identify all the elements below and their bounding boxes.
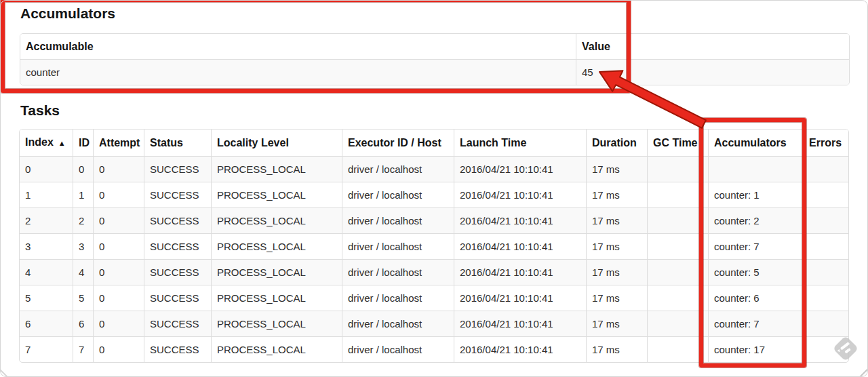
task-executor-cell: driver / localhost xyxy=(342,233,454,259)
task-executor-cell: driver / localhost xyxy=(342,311,454,336)
task-index-cell: 3 xyxy=(20,233,73,259)
accumulable-value-cell: 45 xyxy=(576,59,849,85)
task-gc-cell xyxy=(647,182,708,207)
task-id-cell: 2 xyxy=(73,207,93,233)
task-gc-cell xyxy=(647,156,708,182)
task-id-cell: 3 xyxy=(73,233,93,259)
task-duration-cell: 17 ms xyxy=(586,156,647,182)
task-index-cell: 0 xyxy=(20,156,73,182)
corner-curl-mark xyxy=(0,370,7,377)
task-errors-cell xyxy=(803,336,849,362)
task-index-cell: 7 xyxy=(20,336,73,362)
col-header-attempt[interactable]: Attempt xyxy=(93,130,144,156)
task-accumulators-cell: counter: 6 xyxy=(708,285,803,311)
col-header-index[interactable]: Index▲ xyxy=(20,130,73,156)
task-id-cell: 4 xyxy=(73,259,93,285)
task-launch-cell: 2016/04/21 10:10:41 xyxy=(454,311,586,336)
task-errors-cell xyxy=(803,156,849,182)
accumulators-section-title: Accumulators xyxy=(20,5,115,22)
tasks-section-title: Tasks xyxy=(20,102,60,119)
task-executor-cell: driver / localhost xyxy=(342,336,454,362)
task-duration-cell: 17 ms xyxy=(586,311,647,336)
task-gc-cell xyxy=(647,259,708,285)
task-attempt-cell: 0 xyxy=(93,259,144,285)
col-header-executor[interactable]: Executor ID / Host xyxy=(342,130,454,156)
task-locality-cell: PROCESS_LOCAL xyxy=(211,207,342,233)
col-header-status[interactable]: Status xyxy=(144,130,211,156)
col-header-gc-time[interactable]: GC Time xyxy=(647,130,708,156)
task-errors-cell xyxy=(803,182,849,207)
task-accumulators-cell: counter: 7 xyxy=(708,311,803,336)
task-gc-cell xyxy=(647,207,708,233)
corner-resize-handle-icon xyxy=(860,369,868,377)
task-locality-cell: PROCESS_LOCAL xyxy=(211,233,342,259)
task-launch-cell: 2016/04/21 10:10:41 xyxy=(454,285,586,311)
task-accumulators-cell: counter: 5 xyxy=(708,259,803,285)
task-row: 3 3 0 SUCCESS PROCESS_LOCAL driver / loc… xyxy=(20,233,849,259)
col-header-id[interactable]: ID xyxy=(73,130,93,156)
task-status-cell: SUCCESS xyxy=(144,182,211,207)
task-gc-cell xyxy=(647,311,708,336)
task-attempt-cell: 0 xyxy=(93,233,144,259)
task-accumulators-cell: counter: 2 xyxy=(708,207,803,233)
task-status-cell: SUCCESS xyxy=(144,207,211,233)
task-locality-cell: PROCESS_LOCAL xyxy=(211,285,342,311)
accumulators-header-row: Accumulable Value xyxy=(20,34,849,59)
task-index-cell: 5 xyxy=(20,285,73,311)
task-duration-cell: 17 ms xyxy=(586,233,647,259)
task-row: 5 5 0 SUCCESS PROCESS_LOCAL driver / loc… xyxy=(20,285,849,311)
task-status-cell: SUCCESS xyxy=(144,156,211,182)
task-attempt-cell: 0 xyxy=(93,285,144,311)
task-launch-cell: 2016/04/21 10:10:41 xyxy=(454,182,586,207)
task-locality-cell: PROCESS_LOCAL xyxy=(211,156,342,182)
task-locality-cell: PROCESS_LOCAL xyxy=(211,259,342,285)
col-header-launch-time[interactable]: Launch Time xyxy=(454,130,586,156)
col-header-errors[interactable]: Errors xyxy=(803,130,849,156)
task-status-cell: SUCCESS xyxy=(144,233,211,259)
task-errors-cell xyxy=(803,207,849,233)
task-launch-cell: 2016/04/21 10:10:41 xyxy=(454,156,586,182)
task-index-cell: 6 xyxy=(20,311,73,336)
task-accumulators-cell: counter: 17 xyxy=(708,336,803,362)
task-accumulators-cell xyxy=(708,156,803,182)
task-status-cell: SUCCESS xyxy=(144,259,211,285)
task-index-cell: 2 xyxy=(20,207,73,233)
task-accumulators-cell: counter: 1 xyxy=(708,182,803,207)
col-header-accumulable[interactable]: Accumulable xyxy=(20,34,576,59)
col-header-index-label: Index xyxy=(25,136,54,148)
task-gc-cell xyxy=(647,233,708,259)
accumulator-row: counter 45 xyxy=(20,59,849,85)
task-executor-cell: driver / localhost xyxy=(342,285,454,311)
task-duration-cell: 17 ms xyxy=(586,182,647,207)
sort-ascending-icon: ▲ xyxy=(58,139,66,147)
accumulable-name-cell: counter xyxy=(20,59,576,85)
task-executor-cell: driver / localhost xyxy=(342,182,454,207)
task-row: 4 4 0 SUCCESS PROCESS_LOCAL driver / loc… xyxy=(20,259,849,285)
task-id-cell: 6 xyxy=(73,311,93,336)
task-locality-cell: PROCESS_LOCAL xyxy=(211,336,342,362)
col-header-duration[interactable]: Duration xyxy=(586,130,647,156)
task-launch-cell: 2016/04/21 10:10:41 xyxy=(454,207,586,233)
task-executor-cell: driver / localhost xyxy=(342,207,454,233)
col-header-locality[interactable]: Locality Level xyxy=(211,130,342,156)
task-index-cell: 1 xyxy=(20,182,73,207)
task-attempt-cell: 0 xyxy=(93,207,144,233)
task-id-cell: 5 xyxy=(73,285,93,311)
task-id-cell: 1 xyxy=(73,182,93,207)
task-errors-cell xyxy=(803,233,849,259)
task-status-cell: SUCCESS xyxy=(144,336,211,362)
tasks-header-row: Index▲ ID Attempt Status Locality Level … xyxy=(20,130,849,156)
task-id-cell: 0 xyxy=(73,156,93,182)
task-row: 6 6 0 SUCCESS PROCESS_LOCAL driver / loc… xyxy=(20,311,849,336)
task-status-cell: SUCCESS xyxy=(144,311,211,336)
task-duration-cell: 17 ms xyxy=(586,207,647,233)
task-status-cell: SUCCESS xyxy=(144,285,211,311)
task-attempt-cell: 0 xyxy=(93,336,144,362)
tasks-table: Index▲ ID Attempt Status Locality Level … xyxy=(19,129,849,363)
task-attempt-cell: 0 xyxy=(93,311,144,336)
col-header-value[interactable]: Value xyxy=(576,34,849,59)
col-header-accumulators[interactable]: Accumulators xyxy=(708,130,803,156)
task-locality-cell: PROCESS_LOCAL xyxy=(211,311,342,336)
task-row: 0 0 0 SUCCESS PROCESS_LOCAL driver / loc… xyxy=(20,156,849,182)
task-launch-cell: 2016/04/21 10:10:41 xyxy=(454,233,586,259)
